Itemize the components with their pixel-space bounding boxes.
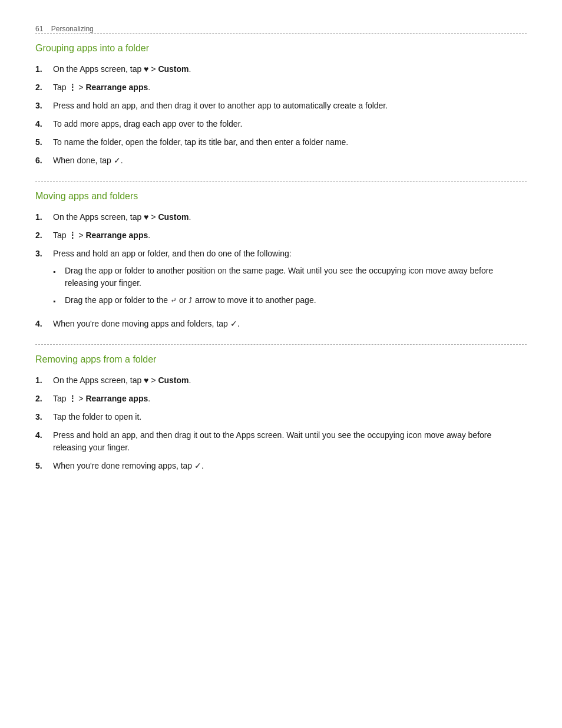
steps-list-grouping: 1. On the Apps screen, tap ♥ > Custom. 2… <box>35 63 527 167</box>
step-number: 5. <box>35 136 53 149</box>
menu-vert-icon: ⋮ <box>68 229 76 242</box>
step-content: On the Apps screen, tap ♥ > Custom. <box>53 63 527 75</box>
step-item: 3. Press and hold an app, and then drag … <box>35 100 527 112</box>
step-number: 1. <box>35 211 53 223</box>
sub-list-item: Drag the app or folder to the ⤶ or ⤴ arr… <box>53 294 527 307</box>
step-content: When you're done moving apps and folders… <box>53 318 527 330</box>
step-item: 4. When you're done moving apps and fold… <box>35 318 527 330</box>
section-title-removing: Removing apps from a folder <box>35 354 527 365</box>
step-content: Tap ⋮ > Rearrange apps. <box>53 81 527 94</box>
bullet-icon <box>53 294 65 307</box>
step-content: On the Apps screen, tap ♥ > Custom. <box>53 211 527 223</box>
step-number: 4. <box>35 429 53 454</box>
step-number: 4. <box>35 118 53 130</box>
step-number: 1. <box>35 63 53 75</box>
step-content: Tap the folder to open it. <box>53 411 527 423</box>
step-number: 6. <box>35 154 53 167</box>
section-title-grouping: Grouping apps into a folder <box>35 43 527 54</box>
heart-icon: ♥ <box>144 211 148 223</box>
sub-content: Drag the app or folder to the ⤶ or ⤴ arr… <box>65 294 527 307</box>
step-content: To name the folder, open the folder, tap… <box>53 136 527 149</box>
menu-vert-icon: ⋮ <box>68 393 76 405</box>
step-item: 5. When you're done removing apps, tap ✓… <box>35 460 527 472</box>
section-title-moving: Moving apps and folders <box>35 191 527 202</box>
step-item: 1. On the Apps screen, tap ♥ > Custom. <box>35 374 527 387</box>
bullet-icon <box>53 265 65 289</box>
step-content: Press and hold an app, and then drag it … <box>53 429 527 454</box>
up-arrow-icon: ⤴ <box>189 295 193 307</box>
step-content: On the Apps screen, tap ♥ > Custom. <box>53 374 527 387</box>
step-item: 3. Press and hold an app or folder, and … <box>35 248 527 312</box>
section-grouping: Grouping apps into a folder 1. On the Ap… <box>35 33 527 167</box>
page-number: 61 Personalizing <box>35 25 94 33</box>
heart-icon: ♥ <box>144 63 148 75</box>
step-number: 1. <box>35 374 53 387</box>
step-item: 2. Tap ⋮ > Rearrange apps. <box>35 393 527 405</box>
step-number: 2. <box>35 393 53 405</box>
step-content: When you're done removing apps, tap ✓. <box>53 460 527 472</box>
heart-icon: ♥ <box>144 374 148 387</box>
step-content: Press and hold an app, and then drag it … <box>53 100 527 112</box>
check-icon: ✓ <box>194 460 201 472</box>
menu-vert-icon: ⋮ <box>68 81 76 94</box>
step-item: 4. Press and hold an app, and then drag … <box>35 429 527 454</box>
step-number: 2. <box>35 229 53 242</box>
section-removing: Removing apps from a folder 1. On the Ap… <box>35 344 527 472</box>
step-item: 4. To add more apps, drag each app over … <box>35 118 527 130</box>
step-content: Press and hold an app or folder, and the… <box>53 248 527 312</box>
step-item: 1. On the Apps screen, tap ♥ > Custom. <box>35 63 527 75</box>
step-number: 3. <box>35 411 53 423</box>
step-item: 1. On the Apps screen, tap ♥ > Custom. <box>35 211 527 223</box>
step-number: 3. <box>35 248 53 312</box>
step-item: 2. Tap ⋮ > Rearrange apps. <box>35 229 527 242</box>
step-number: 5. <box>35 460 53 472</box>
step-item: 5. To name the folder, open the folder, … <box>35 136 527 149</box>
check-icon: ✓ <box>114 154 121 167</box>
step-item: 6. When done, tap ✓. <box>35 154 527 167</box>
sub-list-item: Drag the app or folder to another positi… <box>53 265 527 289</box>
sub-content: Drag the app or folder to another positi… <box>65 265 527 289</box>
step-content: When done, tap ✓. <box>53 154 527 167</box>
section-moving: Moving apps and folders 1. On the Apps s… <box>35 181 527 330</box>
step-content: Tap ⋮ > Rearrange apps. <box>53 393 527 405</box>
steps-list-moving: 1. On the Apps screen, tap ♥ > Custom. 2… <box>35 211 527 330</box>
check-icon: ✓ <box>230 318 237 330</box>
step-number: 2. <box>35 81 53 94</box>
sub-list-moving: Drag the app or folder to another positi… <box>53 265 527 307</box>
page-header: 61 Personalizing <box>35 24 527 33</box>
step-item: 3. Tap the folder to open it. <box>35 411 527 423</box>
down-arrow-icon: ⤶ <box>170 295 177 307</box>
step-item: 2. Tap ⋮ > Rearrange apps. <box>35 81 527 94</box>
step-number: 4. <box>35 318 53 330</box>
step-content: To add more apps, drag each app over to … <box>53 118 527 130</box>
steps-list-removing: 1. On the Apps screen, tap ♥ > Custom. 2… <box>35 374 527 472</box>
step-content: Tap ⋮ > Rearrange apps. <box>53 229 527 242</box>
step-number: 3. <box>35 100 53 112</box>
